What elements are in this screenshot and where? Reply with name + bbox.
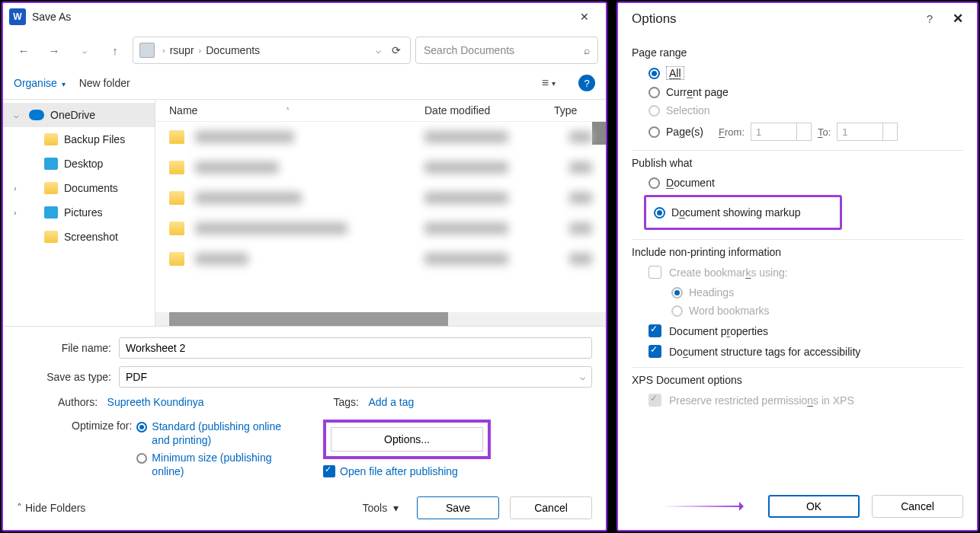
bookmarks-word-radio: Word bookmarks: [671, 305, 963, 317]
col-date[interactable]: Date modified: [424, 104, 554, 116]
close-icon[interactable]: ✕: [953, 11, 963, 27]
address-bar[interactable]: › rsupr › Documents ⌵ ⟳: [133, 37, 411, 64]
chevron-down-icon[interactable]: ⌵: [368, 45, 389, 56]
preserve-xps-checkbox: Preserve restricted permissions in XPS: [649, 394, 963, 407]
range-selection-radio: Selection: [649, 104, 963, 116]
saveas-titlebar: W Save As ✕: [3, 3, 606, 30]
cloud-icon: [29, 110, 44, 120]
close-icon[interactable]: ✕: [569, 6, 600, 27]
tags-value[interactable]: Add a tag: [368, 396, 414, 408]
list-item[interactable]: [155, 213, 606, 244]
sidebar-item-documents[interactable]: › Documents: [3, 176, 155, 200]
list-item[interactable]: [155, 244, 606, 274]
publish-document-radio[interactable]: Document: [649, 177, 963, 189]
search-placeholder: Search Documents: [424, 44, 514, 56]
radio-selected-icon: [654, 207, 665, 219]
scrollbar-horizontal[interactable]: [155, 312, 606, 326]
ok-button[interactable]: OK: [768, 495, 860, 518]
checkbox-disabled-icon: [649, 394, 661, 407]
savetype-select[interactable]: PDF: [119, 366, 592, 388]
cancel-button[interactable]: Cancel: [872, 495, 963, 518]
list-item[interactable]: [155, 183, 606, 213]
chevron-right-icon[interactable]: ›: [14, 184, 23, 193]
list-item[interactable]: [155, 152, 606, 183]
scrollbar-vertical[interactable]: [592, 122, 606, 145]
back-icon[interactable]: ←: [11, 38, 37, 62]
chevron-down-icon[interactable]: ⌵: [14, 110, 23, 120]
optimize-minimum-radio[interactable]: Minimum size (publishing online): [136, 451, 300, 478]
radio-disabled-icon: [649, 105, 660, 116]
radio-disabled-icon: [671, 287, 683, 298]
list-item[interactable]: [155, 122, 606, 152]
sidebar-item-backup[interactable]: Backup Files: [3, 127, 155, 152]
file-list: Name˄ Date modified Type: [155, 100, 606, 326]
cancel-button[interactable]: Cancel: [510, 496, 592, 519]
crumb-user[interactable]: rsupr: [167, 44, 197, 56]
publish-markup-highlight: Document showing markup: [644, 195, 842, 230]
radio-selected-icon: [649, 68, 660, 79]
up-icon[interactable]: ↑: [102, 38, 128, 62]
recent-dropdown-icon[interactable]: ⌵: [72, 38, 98, 62]
folder-tree: ⌵ OneDrive Backup Files Desktop › Docume…: [3, 100, 155, 326]
chevron-right-icon[interactable]: ›: [161, 46, 167, 55]
col-type[interactable]: Type: [554, 104, 592, 116]
to-spinner[interactable]: 1▲▼: [837, 123, 898, 141]
optimize-standard-radio[interactable]: Standard (publishing online and printing…: [136, 420, 300, 447]
desktop-icon: [44, 158, 58, 170]
section-publish-what: Publish what: [632, 150, 963, 169]
range-current-radio[interactable]: Current page: [649, 86, 963, 98]
section-include-nonprinting: Include non-printing information: [632, 239, 963, 258]
from-label: From:: [719, 126, 745, 138]
sidebar-item-desktop[interactable]: Desktop: [3, 152, 155, 176]
radio-selected-icon: [136, 422, 147, 432]
options-dialog: Options ? ✕ Page range All Current page …: [617, 2, 978, 531]
radio-icon: [649, 87, 660, 98]
chevron-right-icon[interactable]: ›: [197, 46, 203, 55]
hide-folders-button[interactable]: ˄ Hide Folders: [17, 502, 85, 514]
create-bookmarks-checkbox[interactable]: Create bookmarks using:: [649, 266, 963, 279]
saveas-footer: ˄ Hide Folders Tools ▾ Save Cancel: [3, 489, 606, 530]
search-input[interactable]: Search Documents ⌕: [415, 37, 598, 64]
open-after-checkbox[interactable]: Open file after publishing: [323, 465, 521, 477]
sidebar-item-screenshot[interactable]: Screenshot: [3, 225, 155, 249]
folder-icon: [44, 231, 58, 243]
refresh-icon[interactable]: ⟳: [389, 44, 404, 56]
publish-markup-radio[interactable]: Document showing markup: [654, 206, 835, 219]
range-all-radio[interactable]: All: [649, 66, 963, 80]
save-button[interactable]: Save: [417, 496, 499, 519]
options-button[interactable]: Options...: [331, 427, 483, 452]
col-name[interactable]: Name˄: [169, 104, 424, 116]
tools-menu[interactable]: Tools ▾: [363, 502, 399, 514]
help-icon[interactable]: ?: [578, 75, 595, 91]
help-icon[interactable]: ?: [927, 12, 933, 25]
from-spinner[interactable]: 1▲▼: [751, 123, 812, 141]
checkbox-icon: [649, 266, 661, 279]
chevron-up-icon: ˄: [17, 502, 22, 514]
new-folder-button[interactable]: New folder: [79, 77, 130, 89]
filename-label: File name:: [17, 342, 119, 354]
filename-input[interactable]: [119, 337, 592, 359]
doc-properties-checkbox[interactable]: Document properties: [649, 324, 963, 337]
radio-icon: [649, 126, 660, 138]
authors-label: Authors:: [58, 396, 98, 408]
checkbox-checked-icon: [323, 465, 335, 477]
checkbox-checked-icon: [649, 324, 661, 337]
sidebar-item-onedrive[interactable]: ⌵ OneDrive: [3, 103, 155, 127]
range-pages-radio[interactable]: Page(s) From: 1▲▼ To: 1▲▼: [649, 123, 963, 141]
forward-icon[interactable]: →: [41, 38, 67, 62]
view-mode-button[interactable]: ≡ ▾: [542, 76, 556, 90]
organise-menu[interactable]: Organise ▾: [14, 77, 66, 89]
authors-value[interactable]: Supreeth Koundinya: [107, 396, 204, 408]
radio-icon: [649, 177, 660, 189]
crumb-documents[interactable]: Documents: [203, 44, 263, 56]
annotation-arrow: [662, 506, 756, 507]
chevron-right-icon[interactable]: ›: [14, 208, 23, 217]
options-title: Options: [632, 11, 677, 27]
pictures-icon: [44, 206, 58, 219]
doc-structure-checkbox[interactable]: Document structure tags for accessibilit…: [649, 345, 963, 358]
sidebar-item-pictures[interactable]: › Pictures: [3, 200, 155, 225]
to-label: To:: [818, 126, 831, 138]
options-highlight: Options...: [323, 420, 491, 459]
address-row: ← → ⌵ ↑ › rsupr › Documents ⌵ ⟳ Search D…: [3, 30, 606, 70]
checkbox-checked-icon: [649, 345, 661, 358]
